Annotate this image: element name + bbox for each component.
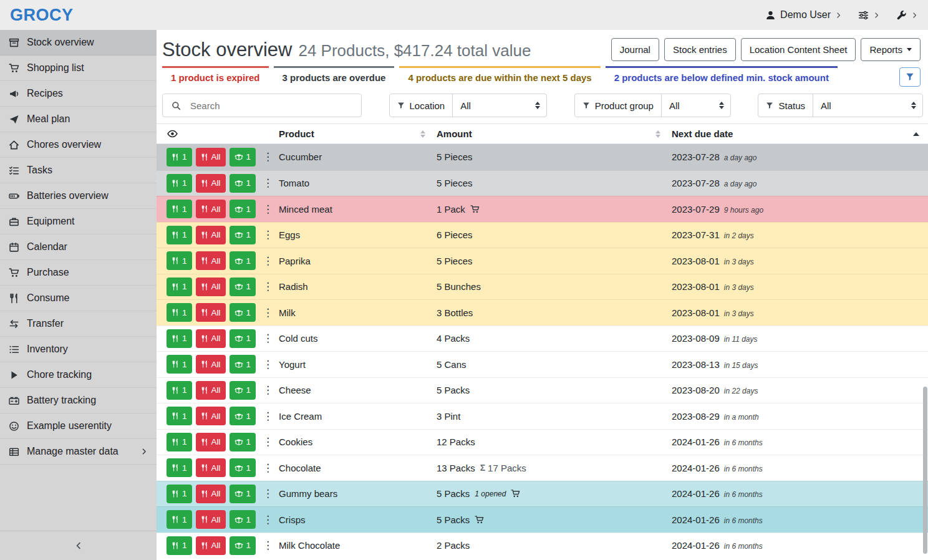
consume-one-button[interactable]: 1 <box>167 355 192 374</box>
open-one-button[interactable]: 1 <box>230 355 256 374</box>
table-row[interactable]: 1 All 1 ⋮ Minced meat 1 Pack <box>157 196 928 222</box>
sidebar-item-stock-overview[interactable]: Stock overview <box>0 30 157 56</box>
consume-one-button[interactable]: 1 <box>167 510 192 529</box>
open-one-button[interactable]: 1 <box>230 251 256 270</box>
consume-one-button[interactable]: 1 <box>167 251 192 270</box>
consume-one-button[interactable]: 1 <box>167 329 192 348</box>
consume-all-button[interactable]: All <box>196 278 226 296</box>
open-one-button[interactable]: 1 <box>230 303 256 322</box>
open-one-button[interactable]: 1 <box>230 329 256 348</box>
row-menu-icon[interactable]: ⋮ <box>261 307 275 318</box>
location-content-sheet-button[interactable]: Location Content Sheet <box>741 38 856 61</box>
location-select[interactable]: All <box>453 94 546 117</box>
column-header-next-due-date[interactable]: Next due date <box>672 128 928 139</box>
consume-all-button[interactable]: All <box>196 251 226 270</box>
product-group-select[interactable]: All <box>662 94 730 117</box>
open-one-button[interactable]: 1 <box>230 381 256 400</box>
open-one-button[interactable]: 1 <box>230 226 256 244</box>
sidebar-item-calendar[interactable]: Calendar <box>0 234 157 260</box>
grocy-logo[interactable]: GROCY <box>10 6 74 25</box>
consume-one-button[interactable]: 1 <box>167 148 192 167</box>
table-row[interactable]: 1 All 1 ⋮ Milk 3 Bottles <box>157 299 928 326</box>
consume-one-button[interactable]: 1 <box>167 278 192 296</box>
table-row[interactable]: 1 All 1 ⋮ Eggs 6 Pieces <box>157 222 928 248</box>
row-menu-icon[interactable]: ⋮ <box>261 256 275 266</box>
table-row[interactable]: 1 All 1 ⋮ Chocolate 13 Packs <box>157 455 928 481</box>
status-select[interactable]: All <box>813 94 922 117</box>
table-row[interactable]: 1 All 1 ⋮ Ice Cream 3 Pint <box>157 403 928 429</box>
column-visibility-toggle[interactable] <box>157 128 279 139</box>
filter-toggle-button[interactable] <box>899 67 921 87</box>
open-one-button[interactable]: 1 <box>230 174 256 193</box>
open-one-button[interactable]: 1 <box>230 407 256 425</box>
consume-one-button[interactable]: 1 <box>167 485 192 503</box>
row-menu-icon[interactable]: ⋮ <box>261 178 275 188</box>
open-one-button[interactable]: 1 <box>230 148 256 167</box>
journal-button[interactable]: Journal <box>611 38 659 61</box>
table-row[interactable]: 1 All 1 ⋮ Cold cuts 4 Packs <box>157 326 928 352</box>
consume-all-button[interactable]: All <box>196 303 226 322</box>
row-menu-icon[interactable]: ⋮ <box>261 463 275 473</box>
sidebar-item-recipes[interactable]: Recipes <box>0 81 157 107</box>
sidebar-item-inventory[interactable]: Inventory <box>0 337 157 362</box>
consume-one-button[interactable]: 1 <box>167 303 192 322</box>
table-row[interactable]: 1 All 1 ⋮ Yogurt 5 Cans <box>157 351 928 377</box>
sidebar-item-tasks[interactable]: Tasks <box>0 158 157 183</box>
sidebar-item-batteries-overview[interactable]: Batteries overview <box>0 183 157 209</box>
column-header-product[interactable]: Product <box>279 128 437 139</box>
status-banner[interactable]: 2 products are below defined min. stock … <box>606 66 838 87</box>
sidebar-item-consume[interactable]: Consume <box>0 286 157 311</box>
sidebar-item-chores-overview[interactable]: Chores overview <box>0 132 157 158</box>
search-input[interactable] <box>189 100 361 112</box>
consume-one-button[interactable]: 1 <box>167 433 192 451</box>
consume-one-button[interactable]: 1 <box>167 536 192 555</box>
row-menu-icon[interactable]: ⋮ <box>261 281 275 292</box>
sidebar-item-meal-plan[interactable]: Meal plan <box>0 107 157 132</box>
sidebar-collapse-button[interactable] <box>0 531 157 560</box>
row-menu-icon[interactable]: ⋮ <box>261 204 275 215</box>
user-menu[interactable]: Demo User <box>765 9 842 21</box>
table-row[interactable]: 1 All 1 ⋮ Milk Chocolate 2 Packs <box>157 533 928 559</box>
consume-all-button[interactable]: All <box>196 407 226 425</box>
table-row[interactable]: 1 All 1 ⋮ Radish 5 Bunches <box>157 274 928 300</box>
consume-one-button[interactable]: 1 <box>167 381 192 400</box>
admin-menu[interactable] <box>896 10 918 21</box>
consume-all-button[interactable]: All <box>196 485 226 503</box>
stock-entries-button[interactable]: Stock entries <box>664 38 736 61</box>
sidebar-item-manage-master-data[interactable]: Manage master data <box>0 439 157 465</box>
row-menu-icon[interactable]: ⋮ <box>261 540 275 551</box>
sidebar-item-transfer[interactable]: Transfer <box>0 311 157 337</box>
sidebar-item-chore-tracking[interactable]: Chore tracking <box>0 362 157 388</box>
open-one-button[interactable]: 1 <box>230 536 256 555</box>
consume-all-button[interactable]: All <box>196 200 226 218</box>
consume-all-button[interactable]: All <box>196 148 226 167</box>
consume-one-button[interactable]: 1 <box>167 407 192 425</box>
open-one-button[interactable]: 1 <box>230 278 256 296</box>
consume-all-button[interactable]: All <box>196 536 226 555</box>
row-menu-icon[interactable]: ⋮ <box>261 411 275 422</box>
consume-all-button[interactable]: All <box>196 458 226 477</box>
reports-dropdown-button[interactable]: Reports <box>861 38 921 61</box>
sidebar-item-equipment[interactable]: Equipment <box>0 209 157 234</box>
consume-one-button[interactable]: 1 <box>167 458 192 477</box>
open-one-button[interactable]: 1 <box>230 433 256 451</box>
consume-all-button[interactable]: All <box>196 226 226 244</box>
row-menu-icon[interactable]: ⋮ <box>261 333 275 344</box>
table-row[interactable]: 1 All 1 ⋮ Gummy bears 5 Packs 1 opened <box>157 481 928 507</box>
consume-all-button[interactable]: All <box>196 433 226 451</box>
consume-one-button[interactable]: 1 <box>167 200 192 218</box>
table-row[interactable]: 1 All 1 ⋮ Cheese 5 Packs <box>157 377 928 403</box>
row-menu-icon[interactable]: ⋮ <box>261 437 275 447</box>
sidebar-item-shopping-list[interactable]: Shopping list <box>0 56 157 81</box>
open-one-button[interactable]: 1 <box>230 485 256 503</box>
table-row[interactable]: 1 All 1 ⋮ Paprika 5 Pieces <box>157 248 928 274</box>
row-menu-icon[interactable]: ⋮ <box>261 488 275 499</box>
row-menu-icon[interactable]: ⋮ <box>261 152 275 162</box>
consume-all-button[interactable]: All <box>196 510 226 529</box>
consume-all-button[interactable]: All <box>196 174 226 193</box>
sidebar-item-battery-tracking[interactable]: Battery tracking <box>0 388 157 413</box>
consume-all-button[interactable]: All <box>196 329 226 348</box>
open-one-button[interactable]: 1 <box>230 200 256 218</box>
status-banner[interactable]: 4 products are due within the next 5 day… <box>399 66 600 87</box>
table-row[interactable]: 1 All 1 ⋮ Cookies 12 Packs <box>157 429 928 455</box>
